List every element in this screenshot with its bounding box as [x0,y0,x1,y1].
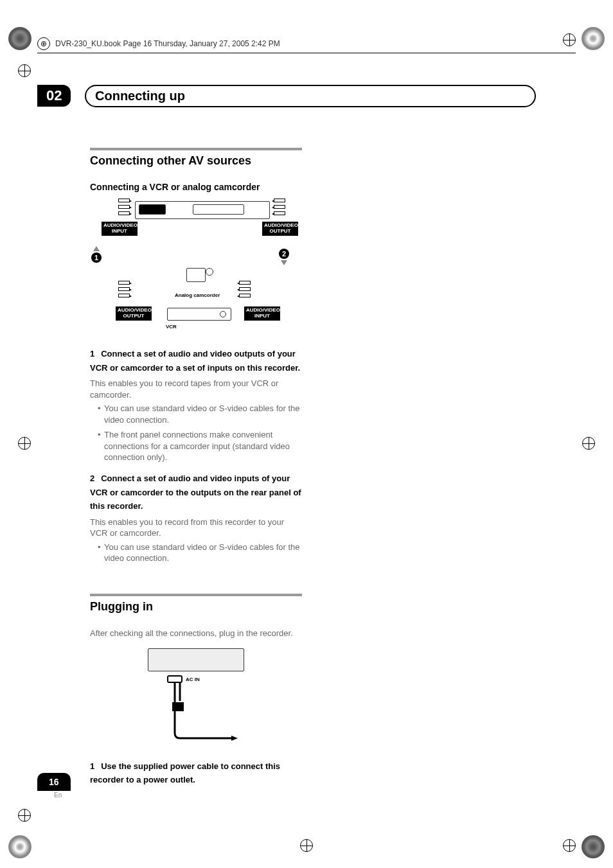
svg-marker-1 [231,736,238,741]
label-av-input: AUDIO/VIDEO INPUT [102,222,138,236]
body-text: This enables you to record tapes from yo… [90,378,302,400]
crop-mark-tr [582,27,605,50]
plug-icon [239,294,251,297]
recorder-panel [139,204,166,215]
ac-in-label: AC IN [186,677,200,682]
registration-mark [300,839,313,852]
list-item: You can use standard video or S-video ca… [98,403,302,425]
plug-icon [274,205,285,209]
step-number: 1 [90,761,94,771]
crop-mark-br [582,835,605,858]
chapter-title: Connecting up [95,89,185,103]
print-header-text: DVR-230_KU.book Page 16 Thursday, Januar… [55,39,280,48]
crop-mark-bl [8,835,31,858]
section-heading: Connecting other AV sources [90,154,302,168]
plug-icon [274,211,285,215]
bullet-list: You can use standard video or S-video ca… [90,542,302,564]
body-text: This enables you to record from this rec… [90,517,302,539]
plug-icon [274,199,285,202]
plug-icon [118,287,130,291]
plug-icon [118,281,130,285]
plug-icon [118,205,130,209]
label-av-output: AUDIO/VIDEO OUTPUT [262,222,298,236]
list-item: You can use standard video or S-video ca… [98,542,302,564]
content-column: Connecting other AV sources Connecting a… [90,148,302,790]
plug-icon [118,294,130,297]
recorder-displays [193,204,244,215]
page-language: En [54,792,62,799]
print-header: ⊕ DVR-230_KU.book Page 16 Thursday, Janu… [37,37,576,53]
plug-icon [118,199,130,202]
registration-mark [18,64,31,77]
section-divider [90,594,302,596]
svg-rect-0 [172,702,184,711]
camcorder-lens [206,268,213,276]
label-av-output: AUDIO/VIDEO OUTPUT [116,306,152,321]
camcorder-device [186,268,206,282]
camcorder-label: Analog camcorder [175,292,220,298]
section-divider [90,148,302,150]
vcr-dial [220,311,226,317]
label-av-input: AUDIO/VIDEO INPUT [244,306,280,321]
ac-socket [167,675,182,683]
recorder-rear [148,648,244,671]
book-icon: ⊕ [37,37,50,50]
chapter-title-bar: Connecting up [85,85,536,107]
step-block: 1Use the supplied power cable to connect… [90,759,302,786]
power-cable [167,683,244,745]
step-block: 2Connect a set of audio and video inputs… [90,471,302,513]
section-heading: Plugging in [90,600,302,614]
step-block: 1Connect a set of audio and video output… [90,346,302,374]
step-number: 1 [90,349,94,359]
plug-icon [118,211,130,215]
callout-number-1: 1 [91,252,102,263]
step-title: Connect a set of audio and video inputs … [90,474,301,511]
registration-mark [18,437,31,450]
step-title: Connect a set of audio and video outputs… [90,349,300,373]
page-number-badge: 16 [37,773,71,791]
bullet-list: You can use standard video or S-video ca… [90,403,302,463]
subsection-heading: Connecting a VCR or analog camcorder [90,182,302,192]
plugging-in-diagram: AC IN [132,644,260,747]
list-item: The front panel connections make conveni… [98,429,302,463]
step-number: 2 [90,474,94,483]
registration-mark [563,839,576,852]
body-text: After checking all the connections, plug… [90,628,302,639]
callout-number-2: 2 [279,249,289,259]
vcr-label: VCR [166,324,177,330]
crop-mark-tl [8,27,31,50]
plug-icon [239,281,251,285]
arrow-up-icon [93,246,100,251]
chapter-number-tab: 02 [37,85,71,107]
connection-diagram-vcr: AUDIO/VIDEO INPUT AUDIO/VIDEO OUTPUT 1 2… [90,199,289,333]
arrow-down-icon [281,260,287,265]
registration-mark [582,437,595,450]
step-title: Use the supplied power cable to connect … [90,761,280,785]
registration-mark [18,809,31,822]
plug-icon [239,287,251,291]
